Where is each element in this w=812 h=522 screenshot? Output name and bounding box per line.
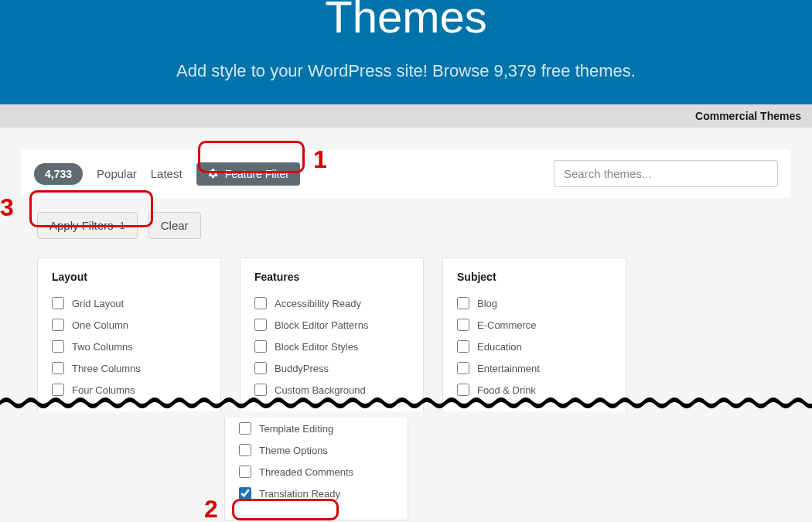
tab-latest[interactable]: Latest bbox=[151, 167, 183, 180]
option-label: Threaded Comments bbox=[259, 466, 353, 478]
filter-option[interactable]: Education bbox=[457, 340, 612, 353]
option-label: Accessibility Ready bbox=[275, 298, 361, 309]
filter-heading-features: Features bbox=[254, 271, 409, 283]
filter-option[interactable]: Blog bbox=[457, 297, 612, 309]
filter-option[interactable]: Two Columns bbox=[52, 340, 206, 353]
feature-filter-label: Feature Filter bbox=[225, 168, 289, 180]
checkbox[interactable] bbox=[254, 297, 267, 309]
filter-col-features: Features Accessibility Ready Block Edito… bbox=[240, 258, 424, 417]
filter-col-subject: Subject Blog E-Commerce Education Entert… bbox=[442, 258, 626, 417]
result-count-pill: 4,733 bbox=[34, 163, 83, 185]
apply-filters-label: Apply Filters bbox=[49, 219, 114, 232]
option-label: Theme Options bbox=[259, 445, 328, 456]
filter-option[interactable]: One Column bbox=[52, 319, 206, 331]
option-label: Block Editor Styles bbox=[275, 341, 358, 353]
checkbox[interactable] bbox=[239, 466, 251, 478]
filter-heading-subject: Subject bbox=[457, 271, 612, 283]
checkbox[interactable] bbox=[239, 422, 251, 435]
option-label: Blog bbox=[477, 298, 497, 309]
page-title: Themes bbox=[0, 0, 812, 39]
checkbox[interactable] bbox=[239, 487, 251, 500]
lower-features-section: Template Editing Theme Options Threaded … bbox=[0, 411, 812, 520]
option-label: Block Editor Patterns bbox=[275, 319, 368, 331]
filter-columns: Layout Grid Layout One Column Two Column… bbox=[22, 239, 790, 417]
filter-option[interactable]: Block Editor Styles bbox=[254, 340, 409, 353]
filter-option[interactable]: Grid Layout bbox=[52, 297, 206, 309]
page-body: 4,733 Popular Latest Feature Filter Appl… bbox=[0, 128, 812, 417]
commercial-themes-link[interactable]: Commercial Themes bbox=[0, 104, 812, 128]
option-label: E-Commerce bbox=[477, 319, 537, 331]
annotation-number-2: 2 bbox=[204, 495, 218, 522]
checkbox[interactable] bbox=[254, 362, 267, 374]
option-label: Two Columns bbox=[72, 341, 133, 353]
checkbox[interactable] bbox=[52, 362, 64, 374]
checkbox[interactable] bbox=[239, 444, 251, 456]
checkbox[interactable] bbox=[457, 297, 469, 309]
option-label: Education bbox=[477, 341, 522, 353]
checkbox[interactable] bbox=[52, 340, 64, 353]
filter-option[interactable]: Template Editing bbox=[239, 422, 394, 435]
filter-heading-layout: Layout bbox=[52, 271, 206, 283]
clear-button[interactable]: Clear bbox=[148, 212, 201, 239]
option-label: Grid Layout bbox=[72, 298, 124, 309]
option-label: Entertainment bbox=[477, 363, 540, 374]
filter-option[interactable]: E-Commerce bbox=[457, 319, 612, 331]
tab-popular[interactable]: Popular bbox=[97, 167, 137, 180]
filter-option[interactable]: Accessibility Ready bbox=[254, 297, 409, 309]
option-label: Template Editing bbox=[259, 423, 333, 435]
option-label: BuddyPress bbox=[275, 363, 329, 374]
apply-filters-count: 1 bbox=[120, 220, 125, 231]
checkbox[interactable] bbox=[52, 319, 64, 331]
actions-row: Apply Filters 1 Clear bbox=[22, 198, 790, 239]
checkbox[interactable] bbox=[457, 362, 469, 374]
filter-option[interactable]: Theme Options bbox=[239, 444, 394, 456]
checkbox[interactable] bbox=[457, 319, 469, 331]
apply-filters-button[interactable]: Apply Filters 1 bbox=[37, 212, 138, 239]
feature-filter-button[interactable]: Feature Filter bbox=[196, 162, 300, 186]
torn-divider bbox=[0, 394, 812, 411]
checkbox[interactable] bbox=[254, 340, 267, 353]
gear-icon bbox=[207, 168, 219, 179]
filter-col-features-lower: Template Editing Theme Options Threaded … bbox=[224, 418, 408, 520]
page-subtitle: Add style to your WordPress site! Browse… bbox=[0, 61, 812, 81]
option-label: One Column bbox=[72, 319, 128, 331]
annotation-number-1: 1 bbox=[313, 145, 327, 174]
theme-toolbar: 4,733 Popular Latest Feature Filter bbox=[22, 149, 790, 198]
filter-option-translation-ready[interactable]: Translation Ready bbox=[239, 487, 394, 500]
annotation-number-3: 3 bbox=[0, 193, 14, 222]
checkbox[interactable] bbox=[254, 319, 267, 331]
hero-banner: Themes Add style to your WordPress site!… bbox=[0, 0, 812, 104]
filter-option[interactable]: BuddyPress bbox=[254, 362, 409, 374]
filter-option[interactable]: Three Columns bbox=[52, 362, 206, 374]
filter-option[interactable]: Block Editor Patterns bbox=[254, 319, 409, 331]
filter-col-layout: Layout Grid Layout One Column Two Column… bbox=[37, 258, 221, 417]
filter-option[interactable]: Threaded Comments bbox=[239, 466, 394, 478]
option-label: Translation Ready bbox=[259, 488, 340, 500]
option-label: Three Columns bbox=[72, 363, 141, 374]
checkbox[interactable] bbox=[52, 297, 64, 309]
search-input[interactable] bbox=[554, 160, 778, 187]
filter-option[interactable]: Entertainment bbox=[457, 362, 612, 374]
checkbox[interactable] bbox=[457, 340, 469, 353]
